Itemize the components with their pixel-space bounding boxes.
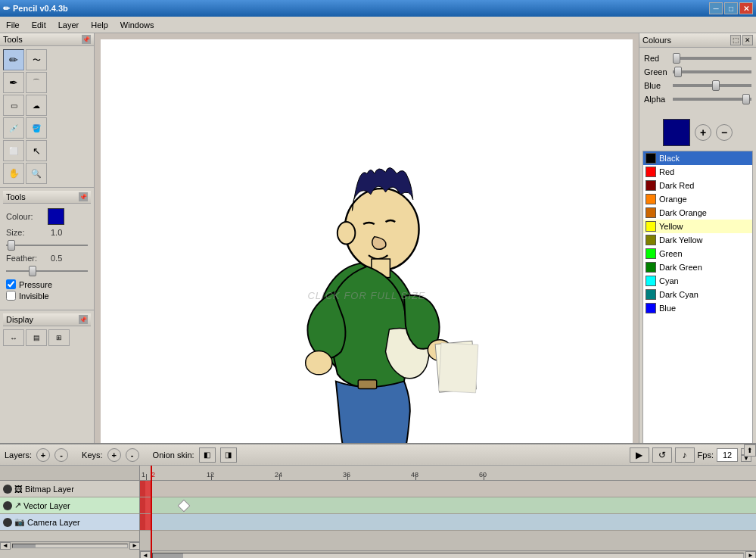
colour-swatch[interactable]: [48, 208, 64, 225]
colour-item-darkcyan[interactable]: Dark Cyan: [643, 288, 752, 301]
layer-scroll-right[interactable]: ►: [129, 542, 140, 550]
colours-float-btn[interactable]: ⬚: [730, 35, 741, 45]
ruler-mark-24: 24: [275, 471, 282, 479]
svg-point-5: [305, 351, 331, 374]
tools-title: Tools: [3, 35, 23, 44]
menu-edit[interactable]: Edit: [26, 19, 52, 31]
remove-colour-button[interactable]: −: [716, 124, 733, 141]
timeline-controls-right: ▶ ↺ ♪ Fps: ▲ ▼: [630, 447, 751, 463]
loop-button[interactable]: ↺: [652, 447, 672, 463]
colour-dot-cyan: [646, 276, 656, 286]
fps-input[interactable]: [717, 448, 738, 462]
timeline-controls-left: Layers: + - Keys: + - Onion skin: ◧ ◨: [5, 447, 237, 463]
track-scroll-track: [152, 553, 744, 559]
layer-row-bitmap: 🖼 Bitmap Layer: [0, 481, 139, 497]
bitmap-layer-name[interactable]: Bitmap Layer: [25, 485, 74, 494]
timeline-expand-button[interactable]: ⬆: [744, 444, 756, 457]
colour-item-green[interactable]: Green: [643, 247, 752, 260]
tool-eraser[interactable]: ▭: [3, 95, 24, 116]
camera-layer-visibility[interactable]: [3, 518, 12, 527]
invisible-checkbox[interactable]: [6, 291, 16, 301]
remove-layer-button[interactable]: -: [54, 448, 68, 462]
options-pin[interactable]: 📌: [79, 192, 88, 201]
remove-key-button[interactable]: -: [126, 448, 139, 462]
onion-skin-btn2[interactable]: ◨: [220, 447, 237, 463]
svg-rect-4: [358, 379, 376, 388]
colour-item-yellow[interactable]: Yellow: [643, 220, 752, 233]
blue-slider[interactable]: [673, 84, 751, 87]
camera-layer-name[interactable]: Camera Layer: [27, 518, 80, 527]
pressure-checkbox[interactable]: [6, 279, 16, 289]
colours-close-btn[interactable]: ✕: [742, 35, 753, 45]
tools-pin[interactable]: 📌: [82, 35, 91, 44]
alpha-label: Alpha: [644, 95, 673, 104]
size-value: 1.0: [51, 228, 62, 237]
add-key-button[interactable]: +: [107, 448, 121, 462]
tool-eyedropper[interactable]: 💉: [3, 117, 24, 139]
menu-file[interactable]: File: [0, 19, 26, 31]
layer-scroll-left[interactable]: ◄: [0, 542, 11, 550]
play-button[interactable]: ▶: [630, 447, 649, 463]
display-btn-grid[interactable]: ▤: [26, 329, 47, 346]
size-slider[interactable]: [6, 240, 88, 251]
track-scroll-thumb[interactable]: [153, 553, 183, 558]
add-layer-button[interactable]: +: [36, 448, 50, 462]
onion-skin-btn1[interactable]: ◧: [199, 447, 216, 463]
tool-zoom[interactable]: 🔍: [26, 163, 47, 184]
colour-item-cyan[interactable]: Cyan: [643, 274, 752, 288]
display-btn-onion[interactable]: ⊞: [48, 329, 70, 346]
red-slider[interactable]: [673, 57, 751, 60]
tool-pencil[interactable]: ✏: [3, 49, 24, 70]
tool-smudge[interactable]: ☁: [26, 95, 47, 116]
sound-button[interactable]: ♪: [675, 447, 695, 463]
vector-layer-visibility[interactable]: [3, 501, 12, 510]
colour-name-darkgreen: Dark Green: [659, 263, 702, 272]
layer-scroll-thumb[interactable]: [13, 544, 36, 547]
display-pin[interactable]: 📌: [79, 315, 88, 324]
colour-item-darkorange[interactable]: Dark Orange: [643, 206, 752, 220]
display-btn-flip[interactable]: ↔: [3, 329, 24, 346]
colour-item-black[interactable]: Black: [643, 151, 752, 165]
colour-option: Colour:: [6, 208, 88, 225]
tool-lasso[interactable]: ⌒: [26, 72, 47, 93]
feather-slider[interactable]: [6, 266, 88, 276]
tool-select-arrow[interactable]: ↖: [26, 140, 47, 161]
bitmap-track: [140, 481, 756, 497]
tool-bucket[interactable]: 🪣: [26, 117, 47, 139]
colour-item-blue[interactable]: Blue: [643, 301, 752, 315]
alpha-slider[interactable]: [673, 98, 751, 101]
colour-item-orange[interactable]: Orange: [643, 192, 752, 206]
colour-item-darkgreen[interactable]: Dark Green: [643, 260, 752, 274]
menu-help[interactable]: Help: [85, 19, 114, 31]
add-colour-button[interactable]: +: [695, 124, 711, 141]
close-button[interactable]: ✕: [739, 2, 753, 14]
tool-smooth[interactable]: 〜: [26, 49, 47, 70]
track-scroll-left[interactable]: ◄: [140, 551, 151, 559]
menubar: File Edit Layer Help Windows: [0, 17, 756, 33]
tool-pen[interactable]: ✒: [3, 72, 24, 93]
menu-windows[interactable]: Windows: [114, 19, 160, 31]
tool-select-rect[interactable]: ⬜: [3, 140, 24, 161]
colour-preview-swatch[interactable]: [663, 119, 690, 146]
green-slider[interactable]: [673, 70, 751, 73]
tool-pan[interactable]: ✋: [3, 163, 24, 184]
colour-dot-red: [646, 167, 656, 177]
app-title: Pencil v0.4.3b: [13, 4, 68, 13]
colour-dot-yellow: [646, 221, 656, 232]
colours-header-btns: ⬚ ✕: [730, 35, 753, 45]
bitmap-layer-visibility[interactable]: [3, 485, 12, 494]
colour-item-red[interactable]: Red: [643, 165, 752, 179]
colour-label: Colour:: [6, 212, 48, 221]
feather-label: Feather:: [6, 254, 48, 263]
colour-item-darkred[interactable]: Dark Red: [643, 179, 752, 192]
track-scroll-right[interactable]: ►: [745, 551, 756, 559]
minimize-button[interactable]: ─: [709, 2, 723, 14]
bitmap-keyframe-marker: [140, 481, 145, 497]
colour-dot-darkorange: [646, 207, 656, 218]
green-label: Green: [644, 67, 673, 76]
menu-layer[interactable]: Layer: [52, 19, 86, 31]
pressure-label: Pressure: [19, 280, 52, 289]
colour-item-darkyellow[interactable]: Dark Yellow: [643, 233, 752, 247]
vector-layer-name[interactable]: Vector Layer: [23, 501, 70, 510]
maximize-button[interactable]: □: [724, 2, 738, 14]
